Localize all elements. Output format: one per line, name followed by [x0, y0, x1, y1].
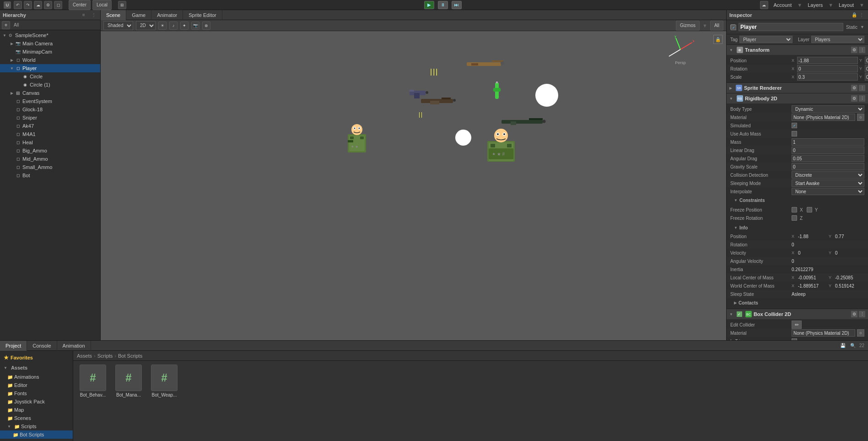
- center-pivot-btn[interactable]: Center: [69, 0, 91, 10]
- step-button[interactable]: ⏭: [452, 1, 462, 9]
- rotation-x-input[interactable]: [797, 65, 858, 72]
- folder-animations[interactable]: 📁 Animations: [0, 373, 73, 381]
- lighting-icon[interactable]: ☀: [158, 22, 167, 30]
- folder-scripts[interactable]: ▼ 📁 Scripts: [0, 422, 73, 430]
- transform-settings-btn[interactable]: ⚙: [851, 47, 857, 53]
- file-bot-behav[interactable]: # Bot_Behav...: [77, 365, 109, 397]
- settings-icon[interactable]: ⚙: [44, 1, 52, 9]
- redo-icon[interactable]: ↷: [24, 1, 32, 9]
- box-collider2d-enabled-check[interactable]: ✓: [737, 311, 742, 317]
- grid-icon[interactable]: ⊞: [118, 1, 126, 9]
- gizmo-hide-icon[interactable]: ⊗: [202, 22, 210, 30]
- tree-item-main-camera[interactable]: ▶ 📷 Main Camera: [0, 39, 100, 48]
- tree-item-ak47[interactable]: ◻ Ak47: [0, 122, 100, 130]
- hierarchy-add-btn[interactable]: +: [2, 21, 10, 29]
- folder-sounds[interactable]: 📁 Sounds: [0, 439, 73, 441]
- position-y-input[interactable]: [865, 57, 868, 64]
- tab-animation[interactable]: Animation: [57, 341, 91, 351]
- gizmos-btn[interactable]: Gizmos: [676, 21, 700, 31]
- shaded-select[interactable]: Shaded: [103, 21, 133, 30]
- box-collider2d-settings-btn[interactable]: ⚙: [851, 311, 857, 317]
- object-name-input[interactable]: [739, 23, 843, 31]
- info-fold[interactable]: ▼ Info: [727, 223, 868, 232]
- box-collider2d-more-btn[interactable]: ⋮: [859, 311, 865, 317]
- hierarchy-options-btn[interactable]: ⋮: [90, 11, 97, 19]
- bottom-search-btn[interactable]: 🔍: [849, 342, 857, 349]
- scene-icon[interactable]: ◻: [54, 1, 62, 9]
- rigidbody2d-settings-btn[interactable]: ⚙: [851, 95, 857, 102]
- tab-project[interactable]: Project: [0, 341, 27, 351]
- rigidbody2d-more-btn[interactable]: ⋮: [859, 95, 865, 102]
- audio-icon[interactable]: ♪: [169, 22, 178, 30]
- tree-item-bot[interactable]: ◻ Bot: [0, 171, 100, 180]
- freeze-pos-y-checkbox[interactable]: [807, 207, 812, 212]
- use-auto-mass-checkbox[interactable]: [792, 131, 797, 136]
- scene-cam-icon[interactable]: 📷: [191, 22, 199, 30]
- edit-collider-btn[interactable]: ✏: [792, 321, 802, 329]
- position-x-input[interactable]: [797, 57, 858, 64]
- undo-icon[interactable]: ↶: [14, 1, 22, 9]
- collab-icon[interactable]: ☁: [34, 1, 42, 9]
- folder-fonts[interactable]: 📁 Fonts: [0, 389, 73, 397]
- pause-button[interactable]: ⏸: [438, 1, 448, 9]
- sprite-renderer-settings-btn[interactable]: ⚙: [851, 85, 857, 91]
- bc-material-picker-btn[interactable]: ○: [857, 329, 864, 337]
- tree-item-circle[interactable]: ◉ Circle: [0, 72, 100, 81]
- inspector-lock-btn[interactable]: 🔒: [851, 11, 858, 19]
- tree-item-heal[interactable]: ◻ Heal: [0, 138, 100, 147]
- constraints-fold[interactable]: ▼ Constraints: [727, 196, 868, 205]
- fx-icon[interactable]: ✦: [180, 22, 189, 30]
- tree-item-small-ammo[interactable]: ◻ Small_Ammo: [0, 163, 100, 171]
- scale-y-input[interactable]: [865, 73, 868, 81]
- tree-item-big-ammo[interactable]: ◻ Big_Ammo: [0, 147, 100, 155]
- bottom-save-btn[interactable]: 💾: [839, 342, 846, 349]
- sprite-renderer-header[interactable]: ▶ SR Sprite Renderer ⚙ ⋮: [727, 83, 868, 93]
- object-active-checkbox[interactable]: [730, 24, 736, 30]
- rotation-y-input[interactable]: [865, 65, 868, 72]
- account-label[interactable]: Account: [774, 2, 792, 8]
- tree-item-samplescene[interactable]: ▼ ⊙ SampleScene*: [0, 31, 100, 39]
- breadcrumb-bot-scripts[interactable]: Bot Scripts: [118, 353, 142, 359]
- breadcrumb-scripts[interactable]: Scripts: [97, 353, 113, 359]
- tree-item-canvas[interactable]: ▶ ▤ Canvas: [0, 89, 100, 97]
- tree-item-glock18[interactable]: ◻ Glock-18: [0, 105, 100, 114]
- tag-select[interactable]: Player: [739, 36, 793, 43]
- sleeping-mode-select[interactable]: Start Awake: [792, 180, 864, 187]
- breadcrumb-assets[interactable]: Assets: [77, 353, 92, 359]
- interpolate-select[interactable]: None: [792, 188, 864, 195]
- mass-input[interactable]: [792, 138, 864, 146]
- linear-drag-input[interactable]: [792, 147, 864, 154]
- scale-x-input[interactable]: [797, 73, 858, 81]
- contacts-fold[interactable]: ▶ Contacts: [727, 298, 868, 307]
- all-btn[interactable]: All: [710, 21, 723, 31]
- tree-item-circle1[interactable]: ◉ Circle (1): [0, 81, 100, 89]
- file-bot-mana[interactable]: # Bot_Mana...: [113, 365, 145, 397]
- freeze-rot-z-checkbox[interactable]: [792, 215, 797, 221]
- 2d-select[interactable]: 2D: [136, 21, 156, 30]
- layer-select[interactable]: Players: [811, 36, 864, 43]
- inspector-menu-btn[interactable]: ⋮: [858, 11, 865, 19]
- angular-drag-input[interactable]: [792, 155, 864, 162]
- folder-joystick-pack[interactable]: 📁 Joystick Pack: [0, 397, 73, 406]
- tab-console[interactable]: Console: [27, 341, 57, 351]
- tree-item-player[interactable]: ▼ ◻ Player: [0, 64, 100, 72]
- hierarchy-menu-btn[interactable]: ≡: [80, 11, 87, 19]
- sprite-renderer-more-btn[interactable]: ⋮: [859, 85, 865, 91]
- freeze-pos-x-checkbox[interactable]: [792, 207, 797, 212]
- tab-game[interactable]: Game: [126, 10, 151, 20]
- rb-material-picker-btn[interactable]: ○: [857, 114, 864, 121]
- gravity-scale-input[interactable]: [792, 163, 864, 170]
- tree-item-sniper[interactable]: ◻ Sniper: [0, 114, 100, 122]
- lock-icon[interactable]: 🔒: [713, 35, 722, 44]
- tree-item-minimapcam[interactable]: 📷 MinimapCam: [0, 48, 100, 56]
- body-type-select[interactable]: Dynamic: [792, 105, 864, 113]
- folder-bot-scripts[interactable]: 📁 Bot Scripts: [0, 430, 73, 439]
- transform-more-btn[interactable]: ⋮: [859, 47, 865, 53]
- folder-scenes[interactable]: 📁 Scenes: [0, 414, 73, 422]
- folder-map[interactable]: 📁 Map: [0, 406, 73, 414]
- cloud-icon[interactable]: ☁: [760, 1, 768, 9]
- local-global-btn[interactable]: Local: [92, 0, 112, 10]
- transform-header[interactable]: ▼ ⊕ Transform ⚙ ⋮: [727, 45, 868, 55]
- folder-editor[interactable]: 📁 Editor: [0, 381, 73, 389]
- collision-detection-select[interactable]: Discrete: [792, 171, 864, 179]
